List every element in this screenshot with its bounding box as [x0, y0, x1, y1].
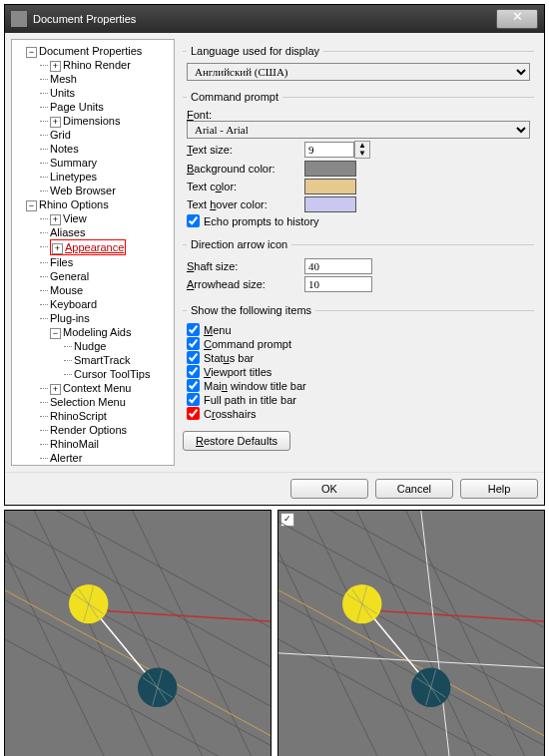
tree-item[interactable]: Rhino Render [63, 59, 131, 71]
menu-label: Menu [204, 324, 232, 336]
svg-line-27 [396, 511, 544, 756]
cancel-button[interactable]: Cancel [375, 479, 453, 499]
tree-modeling[interactable]: Modeling Aids [63, 326, 132, 338]
tree-item[interactable]: Mesh [50, 73, 77, 85]
tree-item[interactable]: Nudge [74, 340, 106, 352]
settings-panel: Language used for display Английский (СШ… [179, 39, 538, 466]
tree-item[interactable]: RhinoMail [50, 438, 99, 450]
tree-item[interactable]: RhinoScript [50, 410, 107, 422]
tree-item[interactable]: Cursor ToolTips [74, 368, 150, 380]
svg-line-8 [5, 511, 123, 756]
tree-item[interactable]: Aliases [50, 226, 85, 238]
echo-checkbox[interactable] [187, 214, 200, 227]
tree-item[interactable]: View [63, 212, 87, 224]
tree-item[interactable]: General [50, 270, 89, 282]
tree-docprops[interactable]: Document Properties [39, 45, 142, 57]
bgcolor-swatch[interactable] [304, 161, 356, 177]
arrow-input[interactable] [304, 276, 372, 292]
tree-item[interactable]: Plug-ins [50, 312, 90, 324]
tree-item[interactable]: SmartTrack [74, 354, 130, 366]
tree-item[interactable]: Summary [50, 157, 97, 169]
tree-item[interactable]: Mouse [50, 284, 83, 296]
svg-line-32 [278, 653, 544, 668]
tree-item[interactable]: Units [50, 87, 75, 99]
language-select[interactable]: Английский (США) [187, 63, 530, 81]
collapse-icon[interactable]: − [26, 47, 37, 58]
menu-checkbox[interactable] [187, 323, 200, 336]
properties-window: Document Properties ✕ −Document Properti… [4, 4, 545, 506]
echo-label: Echo prompts to history [204, 215, 319, 227]
tree-item[interactable]: Dimensions [63, 115, 120, 127]
viewport-left[interactable] [4, 510, 272, 756]
svg-line-21 [278, 511, 544, 677]
tree-appearance[interactable]: Appearance [65, 241, 124, 253]
expand-icon[interactable]: + [52, 243, 63, 254]
font-label: F [187, 109, 194, 121]
svg-line-6 [74, 511, 222, 756]
app-icon [11, 11, 27, 27]
tree-options[interactable]: Rhino Options [39, 198, 109, 210]
viewport-right[interactable]: ✓ [277, 510, 545, 756]
tree-item[interactable]: Selection Menu [50, 396, 126, 408]
cmdprompt-label: Command prompt [204, 338, 291, 350]
viewport-checkbox[interactable] [187, 365, 200, 378]
lang-legend: Language used for display [187, 45, 323, 57]
mainwin-label: Main window title bar [204, 380, 306, 392]
bgcolor-label: Background color: [187, 163, 296, 175]
hovercolor-swatch[interactable] [304, 196, 356, 212]
svg-line-23 [278, 628, 544, 756]
tree-item[interactable]: Linetypes [50, 171, 97, 183]
language-group: Language used for display Английский (СШ… [183, 45, 534, 85]
svg-line-7 [123, 511, 271, 756]
expand-icon[interactable]: + [50, 214, 61, 225]
tree-item[interactable]: Page Units [50, 101, 104, 113]
cmdprompt-checkbox[interactable] [187, 337, 200, 350]
textsize-label: Text size: [187, 144, 296, 156]
viewport-row: ✓ [4, 510, 545, 756]
spinner[interactable]: ▲▼ [354, 141, 370, 159]
restore-defaults-button[interactable]: Restore Defaults [183, 431, 290, 451]
svg-line-28 [278, 511, 396, 756]
crosshairs-checkbox[interactable] [187, 407, 200, 420]
help-button[interactable]: Help [460, 479, 538, 499]
close-button[interactable]: ✕ [496, 9, 538, 29]
dir-legend: Direction arrow icon [187, 238, 291, 250]
titlebar: Document Properties ✕ [5, 5, 544, 33]
tree-item[interactable]: Render Options [50, 424, 127, 436]
status-checkbox[interactable] [187, 351, 200, 364]
expand-icon[interactable]: + [50, 384, 61, 395]
tree-item[interactable]: Keyboard [50, 298, 97, 310]
svg-line-3 [5, 628, 271, 756]
svg-line-2 [5, 589, 271, 756]
tree-item[interactable]: Grid [50, 129, 71, 141]
tree-item[interactable]: Notes [50, 143, 79, 155]
show-legend: Show the following items [187, 304, 315, 316]
ok-button[interactable]: OK [290, 479, 368, 499]
mainwin-checkbox[interactable] [187, 379, 200, 392]
tree-item[interactable]: Web Browser [50, 185, 116, 196]
shaft-input[interactable] [304, 258, 372, 274]
expand-icon[interactable]: + [50, 117, 61, 128]
tree-item[interactable]: Alerter [50, 452, 82, 464]
expand-icon[interactable]: + [50, 61, 61, 72]
cmd-legend: Command prompt [187, 91, 282, 103]
crosshairs-label: Crosshairs [204, 408, 257, 420]
fullpath-checkbox[interactable] [187, 393, 200, 406]
tree-item[interactable]: Context Menu [63, 382, 131, 394]
collapse-icon[interactable]: − [50, 328, 61, 339]
direction-arrow-group: Direction arrow icon Shaft size: Arrowhe… [183, 238, 534, 298]
font-select[interactable]: Arial - Arial [187, 121, 530, 139]
textcolor-label: Text color: [187, 181, 296, 192]
svg-line-1 [5, 511, 271, 677]
tree-item[interactable]: Files [50, 256, 73, 268]
textsize-input[interactable] [304, 142, 354, 158]
collapse-icon[interactable]: − [26, 200, 37, 211]
show-items-group: Show the following items Menu Command pr… [183, 304, 534, 425]
arrow-label: Arrowhead size: [187, 278, 296, 290]
hover-label: Text hover color: [187, 198, 296, 210]
svg-line-33 [421, 511, 451, 756]
options-tree[interactable]: −Document Properties +Rhino RenderMeshUn… [11, 39, 175, 466]
svg-line-26 [347, 511, 495, 756]
status-label: Status bar [204, 352, 254, 364]
textcolor-swatch[interactable] [304, 179, 356, 194]
